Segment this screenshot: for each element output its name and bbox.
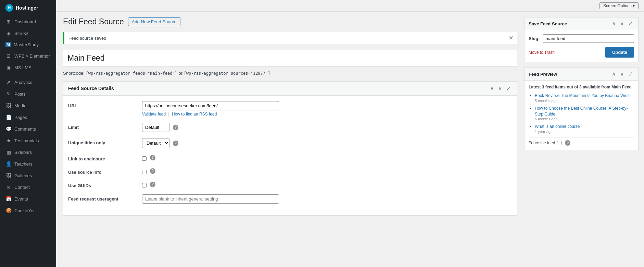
preview-box-controls: ∧ ∨ ⤢ <box>610 71 634 77</box>
box-collapse-up-button[interactable]: ∧ <box>489 85 495 92</box>
sidebar-item-galleries[interactable]: 🖼 Galleries <box>0 170 56 181</box>
cookieyes-icon: 🍪 <box>5 207 12 214</box>
sidebar-item-dashboard[interactable]: ⊞ Dashboard <box>0 16 56 27</box>
add-new-feed-source-button[interactable]: Add New Feed Source <box>128 17 180 26</box>
teachers-icon: 👤 <box>5 161 12 167</box>
shortcode-or: or <box>178 71 182 76</box>
feed-details-box-header: Feed Source Details ∧ ∨ ⤢ <box>63 82 517 96</box>
validate-feed-link[interactable]: Validate feed <box>142 112 166 117</box>
analytics-icon: ↗ <box>5 79 12 85</box>
link-enclosure-checkbox[interactable] <box>142 156 147 161</box>
sidebar-item-posts[interactable]: ✎ Posts <box>0 88 56 100</box>
list-item: What is an online course 1 year ago <box>535 124 634 134</box>
sidebar-item-wpb-elementor[interactable]: ⊡ WPB > Elementor <box>0 50 56 62</box>
feed-details-title: Feed Source Details <box>68 86 114 91</box>
sidebar-item-label: Sidebars <box>14 150 32 155</box>
sidebar-logo: H Hostinger <box>0 0 56 16</box>
sidebar-item-label: Dashboard <box>14 19 36 24</box>
right-sidebar: Save Feed Source ∧ ∨ ⤢ Slug: Move to Tra… <box>524 12 644 267</box>
page-header: Edit Feed Source Add New Feed Source <box>63 17 517 26</box>
box-expand-button[interactable]: ⤢ <box>505 85 512 92</box>
preview-box-body: Latest 3 feed items out of 3 available f… <box>525 81 638 150</box>
useragent-label: Feed request useragent <box>68 194 137 202</box>
link-enclosure-help-icon[interactable]: ? <box>150 155 155 160</box>
sidebar-item-site-kit[interactable]: ◈ Site Kit <box>0 27 56 39</box>
sidebar-item-label: Media <box>14 103 26 108</box>
sidebar: H Hostinger ⊞ Dashboard ◈ Site Kit M Mas… <box>0 0 56 267</box>
preview-box-collapse-up-button[interactable]: ∧ <box>610 71 617 77</box>
how-to-find-link[interactable]: How to find an RSS feed <box>172 112 217 117</box>
save-actions: Move to Trash Update <box>529 47 634 58</box>
update-button[interactable]: Update <box>605 47 634 58</box>
use-guids-row: Use GUIDs ? <box>68 181 512 188</box>
sidebar-item-teachers[interactable]: 👤 Teachers <box>0 158 56 170</box>
sidebar-item-label: MS LMS <box>14 65 31 70</box>
feed-title-input[interactable] <box>63 50 517 66</box>
sidebar-item-testimonials[interactable]: ★ Testimonials <box>0 135 56 146</box>
content-area: Edit Feed Source Add New Feed Source Fee… <box>56 12 644 267</box>
unique-titles-select[interactable]: Default Yes No <box>142 138 169 148</box>
box-collapse-down-button[interactable]: ∨ <box>497 85 504 92</box>
preview-box-header: Feed Preview ∧ ∨ ⤢ <box>525 68 638 81</box>
use-guids-checkbox[interactable] <box>142 183 147 187</box>
preview-description: Latest 3 feed items out of 3 available f… <box>529 85 634 89</box>
main-panel: Edit Feed Source Add New Feed Source Fee… <box>56 12 524 267</box>
link-enclosure-row: Link to enclosure ? <box>68 154 512 161</box>
box-controls: ∧ ∨ ⤢ <box>489 85 512 92</box>
use-guids-help-icon[interactable]: ? <box>150 182 155 187</box>
limit-label: Limit <box>68 123 137 130</box>
force-feed-help-icon[interactable]: ? <box>565 140 570 146</box>
sidebar-item-media[interactable]: 🖼 Media <box>0 100 56 111</box>
notice-bar: Feed source saved. ✕ <box>63 32 517 44</box>
sidebar-item-comments[interactable]: 💬 Comments <box>0 123 56 135</box>
save-box-collapse-down-button[interactable]: ∨ <box>619 20 626 27</box>
sidebar-item-pages[interactable]: 📄 Pages <box>0 111 56 123</box>
slug-label: Slug: <box>529 36 540 41</box>
screen-options-button[interactable]: Screen Options ▾ <box>599 2 639 9</box>
notice-text: Feed source saved. <box>68 36 108 41</box>
use-source-checkbox[interactable] <box>142 170 147 174</box>
sidebar-item-analytics[interactable]: ↗ Analytics <box>0 76 56 88</box>
move-to-trash-link[interactable]: Move to Trash <box>529 50 555 55</box>
hostinger-icon: H <box>5 4 13 12</box>
force-feed-checkbox[interactable] <box>557 141 561 145</box>
main-area: Screen Options ▾ Edit Feed Source Add Ne… <box>56 0 644 267</box>
save-box-body: Slug: Move to Trash Update <box>525 30 638 62</box>
feed-details-box: Feed Source Details ∧ ∨ ⤢ URL <box>63 81 517 216</box>
useragent-input[interactable] <box>142 194 279 204</box>
sidebar-item-ms-lms[interactable]: ◉ MS LMS <box>0 62 56 73</box>
shortcode-label: Shortcode: <box>63 71 85 76</box>
sidebar-item-events[interactable]: 📅 Events <box>0 193 56 205</box>
sidebar-item-label: Site Kit <box>14 31 28 36</box>
preview-item-time-1: 6 months ago <box>535 117 634 121</box>
sidebar-item-contact[interactable]: ✉ Contact <box>0 181 56 193</box>
save-box-expand-button[interactable]: ⤢ <box>627 20 634 27</box>
pages-icon: 📄 <box>5 114 12 120</box>
sidebar-item-label: Testimonials <box>14 138 39 143</box>
unique-titles-help-icon[interactable]: ? <box>173 141 178 146</box>
events-icon: 📅 <box>5 196 12 202</box>
use-source-label: Use source info <box>68 168 137 175</box>
ms-lms-icon: ◉ <box>5 64 12 71</box>
use-source-help-icon[interactable]: ? <box>150 168 155 174</box>
sidebar-item-sidebars[interactable]: ▦ Sidebars <box>0 146 56 158</box>
sidebar-item-masterstudy[interactable]: M MasterStudy <box>0 39 56 50</box>
link-enclosure-control-wrap: ? <box>142 154 512 161</box>
slug-input[interactable] <box>543 34 634 43</box>
save-box-collapse-up-button[interactable]: ∧ <box>610 20 617 27</box>
unique-titles-label: Unique titles only <box>68 138 137 145</box>
url-input[interactable] <box>142 101 279 110</box>
limit-input[interactable] <box>142 123 169 132</box>
preview-box-expand-button[interactable]: ⤢ <box>627 71 634 77</box>
sidebar-item-cookieyes[interactable]: 🍪 CookieYes <box>0 205 56 216</box>
url-control-wrap: Validate feed | How to find an RSS feed <box>142 101 512 117</box>
save-box-title: Save Feed Source <box>529 21 567 26</box>
notice-close-button[interactable]: ✕ <box>509 35 513 41</box>
use-guids-control-wrap: ? <box>142 181 512 187</box>
masterstudy-icon: M <box>5 42 11 47</box>
preview-box-collapse-down-button[interactable]: ∨ <box>619 71 626 77</box>
preview-item-title-0: Book Review: The Mountain Is You by Bria… <box>535 93 634 99</box>
limit-help-icon[interactable]: ? <box>173 125 178 130</box>
sidebar-item-label: CookieYes <box>14 208 36 213</box>
sidebar-item-label: Teachers <box>14 161 33 167</box>
